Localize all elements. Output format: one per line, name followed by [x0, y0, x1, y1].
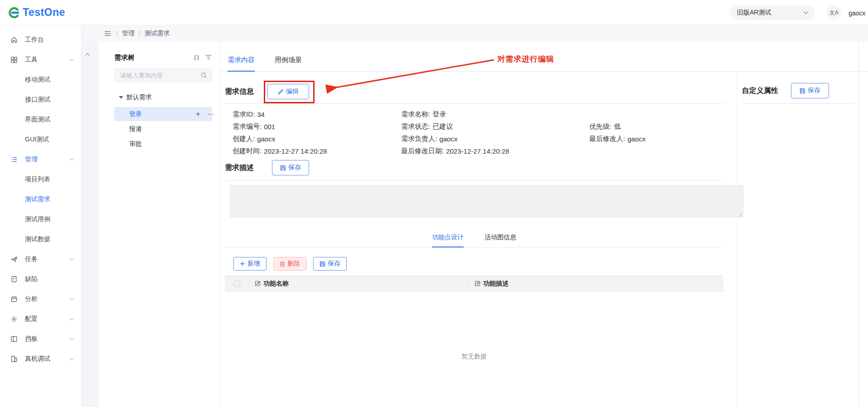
testone-logo-icon: [8, 7, 20, 19]
app-logo[interactable]: TestOne: [8, 6, 65, 19]
search-icon[interactable]: [201, 72, 207, 78]
gear-icon: [10, 315, 18, 323]
sidebar-item-test-requirement[interactable]: 测试需求: [0, 189, 81, 209]
home-icon: [10, 36, 18, 44]
sidebar-item-analysis[interactable]: 分析: [0, 289, 81, 309]
document-icon: [10, 276, 18, 283]
chevron-down-icon: [69, 258, 74, 261]
tree-search-input[interactable]: [120, 72, 201, 79]
chevron-up-icon: [69, 158, 74, 161]
tab-case-scenario[interactable]: 用例场景: [275, 56, 302, 72]
tree-panel-title: 需求树: [114, 53, 135, 62]
empty-text: 暂无数据: [461, 353, 487, 361]
project-selector[interactable]: 旧版AR测试: [730, 5, 815, 20]
tree-node-login[interactable]: 登录 + ⋯: [114, 107, 212, 121]
calendar-icon: [10, 296, 18, 303]
table-header-function-desc: 功能描述: [469, 276, 723, 291]
save-rows-button[interactable]: 保存: [313, 257, 347, 271]
breadcrumb-item-test-requirement[interactable]: 测试需求: [145, 29, 170, 38]
sidebar-item-gui-test[interactable]: GUI测试: [0, 130, 81, 150]
field-column-1: 需求ID:34 需求编号:001 创建人:gaocx 创建时间:2023-12-…: [233, 108, 327, 157]
add-row-button[interactable]: 新增: [233, 257, 267, 271]
sidebar-item-project-list[interactable]: 项目列表: [0, 170, 81, 189]
sidebar-item-defect[interactable]: 缺陷: [0, 269, 81, 289]
field-last-modified-date: 最后修改日期:2023-12-27 14:20:28: [401, 145, 509, 157]
requirement-detail-panel: 需求内容 用例场景 需求信息 编辑 对需求进行编辑 需求ID:34 需求编号:0…: [220, 42, 868, 407]
sidebar-item-tools[interactable]: 工具: [0, 50, 81, 70]
select-all-checkbox[interactable]: [234, 281, 240, 287]
panel-icon: [10, 335, 18, 343]
code-brackets-icon[interactable]: (): [194, 53, 200, 60]
edit-cell-icon: [475, 281, 480, 286]
chevron-down-icon: [69, 318, 74, 320]
chevron-up-icon: [69, 58, 74, 61]
tab-function-point-design[interactable]: 功能点设计: [432, 233, 464, 247]
sidebar-item-real-device-debug[interactable]: 真机调试: [0, 349, 81, 369]
field-priority: 优先级:低: [589, 121, 645, 133]
field-requirement-name: 需求名称:登录: [401, 108, 509, 121]
filter-icon[interactable]: [205, 54, 212, 60]
divider: [736, 72, 737, 407]
table-empty-state: 暂无数据: [225, 291, 723, 405]
save-icon: [800, 88, 805, 94]
chevron-down-icon: [69, 338, 74, 340]
save-icon: [320, 261, 325, 267]
edit-cell-icon: [255, 281, 261, 286]
field-create-time: 创建时间:2023-12-27 14:20:28: [233, 145, 327, 157]
sidebar-nav: 工作台 工具 移动测试 接口测试 界面测试 GUI测试 管理 项目列表 测试需求…: [0, 25, 82, 407]
sidebar-item-task[interactable]: 任务: [0, 249, 81, 269]
function-table-header: 功能名称 功能描述: [225, 276, 723, 291]
sidebar-item-api-test[interactable]: 接口测试: [0, 90, 81, 110]
sidebar-item-config[interactable]: 配置: [0, 309, 81, 329]
divider: [225, 180, 723, 181]
requirement-description-input[interactable]: [230, 185, 743, 218]
breadcrumb-item-manage[interactable]: 管理: [122, 29, 135, 38]
sidebar-item-mock[interactable]: 挡板: [0, 329, 81, 349]
more-options-icon[interactable]: ⋯: [208, 110, 215, 118]
logo-text: TestOne: [23, 6, 65, 19]
tab-activity-diagram-info[interactable]: 活动图信息: [485, 233, 516, 247]
divider: [742, 103, 853, 104]
list-icon: [10, 156, 18, 164]
add-node-icon[interactable]: +: [196, 110, 200, 118]
edit-requirement-button[interactable]: 编辑: [267, 84, 309, 99]
tree-node-baogang[interactable]: 报港: [114, 122, 212, 136]
chevron-down-icon: [69, 298, 74, 300]
translate-button[interactable]: 文A: [827, 5, 841, 20]
project-selector-value: 旧版AR测试: [737, 9, 803, 17]
save-custom-attributes-button[interactable]: 保存: [791, 83, 829, 98]
field-requirement-no: 需求编号:001: [233, 121, 327, 133]
tree-root-default-requirement[interactable]: 默认需求: [119, 93, 152, 102]
tree-node-approval[interactable]: 审批: [114, 137, 212, 151]
collapse-panel-icon[interactable]: [85, 53, 90, 56]
save-icon: [280, 165, 286, 171]
sidebar-item-manage[interactable]: 管理: [0, 150, 81, 170]
caret-down-icon: [119, 96, 123, 99]
sidebar-item-ui-test[interactable]: 界面测试: [0, 110, 81, 130]
delete-row-button[interactable]: 删除: [273, 257, 306, 271]
field-requirement-owner: 需求负责人:gaocx: [401, 133, 509, 145]
field-column-3: 优先级:低 最后修改人:gaocx: [589, 108, 645, 145]
function-tab-bar: 功能点设计 活动图信息: [225, 230, 723, 247]
scrollbar-track[interactable]: [858, 42, 859, 407]
field-creator: 创建人:gaocx: [233, 133, 327, 145]
translate-icon: 文A: [829, 9, 839, 17]
sidebar-item-test-case[interactable]: 测试用例: [0, 209, 81, 229]
table-header-function-name: 功能名称: [249, 276, 469, 291]
save-description-button[interactable]: 保存: [272, 160, 309, 175]
grid-icon: [10, 56, 18, 64]
requirement-tree-panel: 需求树 () 默认需求 登录 + ⋯ 报港 审批: [99, 42, 220, 407]
sidebar-item-mobile-test[interactable]: 移动测试: [0, 70, 81, 90]
sidebar-item-test-data[interactable]: 测试数据: [0, 229, 81, 249]
top-header: TestOne 旧版AR测试 文A gaocx: [0, 0, 868, 25]
menu-lines-icon[interactable]: [104, 31, 111, 36]
requirement-info-title: 需求信息: [225, 87, 254, 97]
trash-icon: [280, 261, 285, 267]
username-label[interactable]: gaocx: [849, 10, 865, 17]
sidebar-item-workbench[interactable]: 工作台: [0, 30, 81, 50]
field-last-modifier: 最后修改人:gaocx: [589, 133, 645, 145]
field-requirement-id: 需求ID:34: [233, 108, 327, 121]
tab-requirement-content[interactable]: 需求内容: [228, 56, 255, 72]
panel-gutter: [82, 42, 99, 407]
field-column-2: 需求名称:登录 需求状态:已建议 需求负责人:gaocx 最后修改日期:2023…: [401, 108, 509, 157]
